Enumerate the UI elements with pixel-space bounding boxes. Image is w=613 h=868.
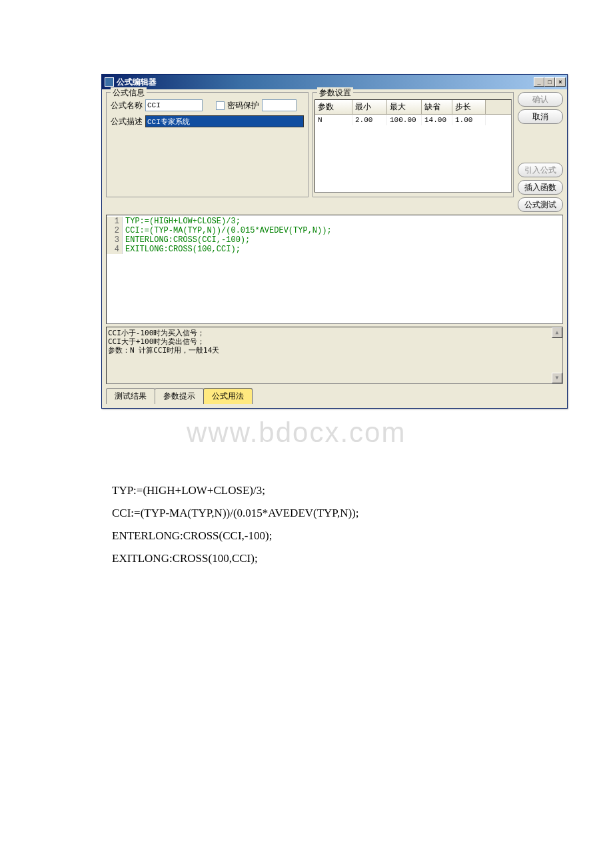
password-checkbox[interactable] — [216, 101, 225, 110]
cell-min[interactable]: 2.00 — [352, 115, 387, 125]
formula-info-legend: 公式信息 — [111, 87, 147, 99]
cell-def[interactable]: 14.00 — [422, 115, 452, 125]
param-header: 参数 最小 最大 缺省 步长 — [315, 100, 511, 115]
window-title: 公式编辑器 — [117, 77, 534, 88]
tab-test-result[interactable]: 测试结果 — [106, 388, 155, 404]
notes-text: CCI小于-100时为买入信号； CCI大于+100时为卖出信号； 参数：N 计… — [108, 329, 219, 355]
minimize-button[interactable]: _ — [534, 77, 544, 87]
password-input[interactable] — [262, 99, 297, 111]
password-label: 密码保护 — [227, 100, 259, 111]
maximize-button[interactable]: □ — [544, 77, 555, 87]
document-code-text: TYP:=(HIGH+LOW+CLOSE)/3; CCI:=(TYP-MA(TY… — [112, 480, 359, 571]
cancel-button[interactable]: 取消 — [518, 109, 563, 124]
doc-line: TYP:=(HIGH+LOW+CLOSE)/3; — [112, 480, 359, 501]
insert-function-button[interactable]: 插入函数 — [518, 180, 563, 195]
app-icon — [105, 77, 114, 87]
formula-editor-window: 公式编辑器 _ □ × 公式信息 公式名称 密码保护 公式描述 — [101, 74, 568, 409]
button-column: 确认 取消 引入公式 插入函数 公式测试 — [518, 92, 563, 212]
ok-button[interactable]: 确认 — [518, 92, 563, 107]
scroll-up-icon[interactable]: ▲ — [552, 327, 562, 338]
formula-name-input[interactable] — [145, 99, 203, 111]
watermark-text: www.bdocx.com — [187, 417, 406, 449]
formula-desc-input[interactable] — [145, 115, 304, 127]
code-line: 2 CCI:=(TYP-MA(TYP,N))/(0.015*AVEDEV(TYP… — [107, 226, 562, 235]
param-set-legend: 参数设置 — [317, 87, 353, 99]
notes-area[interactable]: CCI小于-100时为买入信号； CCI大于+100时为卖出信号； 参数：N 计… — [106, 327, 563, 384]
tab-formula-usage[interactable]: 公式用法 — [203, 388, 253, 404]
tabs: 测试结果 参数提示 公式用法 — [106, 388, 563, 404]
code-line: 1 TYP:=(HIGH+LOW+CLOSE)/3; — [107, 217, 562, 226]
code-line: 3 ENTERLONG:CROSS(CCI,-100); — [107, 235, 562, 245]
col-head-name[interactable]: 参数 — [315, 100, 352, 114]
import-formula-button[interactable]: 引入公式 — [518, 163, 563, 177]
doc-line: EXITLONG:CROSS(100,CCI); — [112, 548, 359, 569]
param-table[interactable]: 参数 最小 最大 缺省 步长 N 2.00 100.00 14.00 1.00 — [314, 99, 512, 193]
cell-name[interactable]: N — [315, 115, 352, 125]
cell-step[interactable]: 1.00 — [452, 115, 486, 125]
code-line: 4 EXITLONG:CROSS(100,CCI); — [107, 245, 562, 254]
col-head-def[interactable]: 缺省 — [422, 100, 452, 114]
col-head-step[interactable]: 步长 — [452, 100, 486, 114]
param-set-group: 参数设置 参数 最小 最大 缺省 步长 N 2.00 100.00 14.00 — [312, 92, 514, 197]
code-editor[interactable]: 1 TYP:=(HIGH+LOW+CLOSE)/3; 2 CCI:=(TYP-M… — [106, 215, 563, 324]
scroll-down-icon[interactable]: ▼ — [552, 373, 562, 383]
tab-param-hint[interactable]: 参数提示 — [155, 388, 204, 404]
col-head-max[interactable]: 最大 — [387, 100, 422, 114]
cell-max[interactable]: 100.00 — [387, 115, 422, 125]
col-head-min[interactable]: 最小 — [352, 100, 387, 114]
formula-test-button[interactable]: 公式测试 — [518, 197, 563, 212]
name-label: 公式名称 — [111, 100, 143, 111]
doc-line: ENTERLONG:CROSS(CCI,-100); — [112, 525, 359, 547]
formula-info-group: 公式信息 公式名称 密码保护 公式描述 — [106, 92, 308, 197]
close-button[interactable]: × — [555, 77, 566, 87]
desc-label: 公式描述 — [111, 116, 143, 127]
doc-line: CCI:=(TYP-MA(TYP,N))/(0.015*AVEDEV(TYP,N… — [112, 503, 359, 524]
table-row[interactable]: N 2.00 100.00 14.00 1.00 — [315, 115, 511, 125]
